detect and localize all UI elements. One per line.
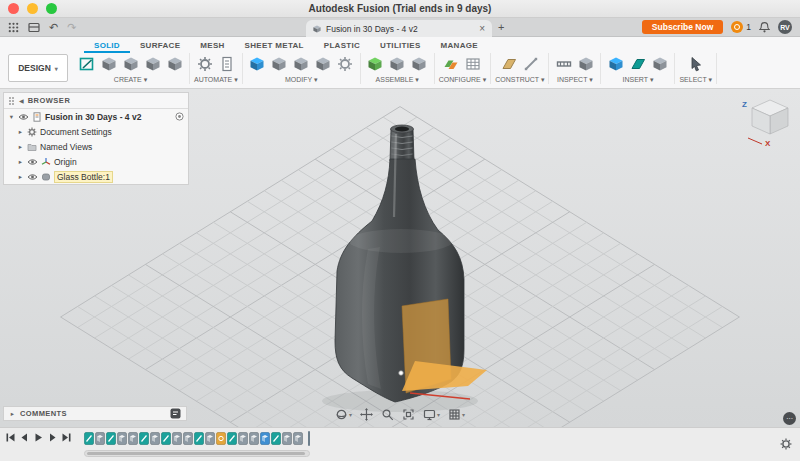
timeline-feature-sketch7[interactable]	[271, 432, 281, 445]
notifications-bell-icon[interactable]	[759, 21, 770, 33]
browser-item-glass-bottle-1[interactable]: ▸Glass Bottle:1	[4, 169, 188, 184]
timeline-feature-extrude4[interactable]	[205, 432, 215, 445]
visibility-eye-icon[interactable]	[27, 158, 38, 166]
comments-bar[interactable]: ▸ COMMENTS	[3, 406, 187, 421]
document-tab[interactable]: Fusion in 30 Days - 4 v2 ×	[306, 20, 492, 37]
timeline-playhead[interactable]	[308, 431, 310, 446]
new-tab-button[interactable]: +	[498, 21, 504, 33]
tool-scripts-add-ins-icon[interactable]	[216, 54, 237, 75]
fullscreen-button[interactable]	[46, 3, 57, 14]
tool-create-revolve-icon[interactable]	[120, 54, 141, 75]
timeline-feature-extrude3[interactable]	[150, 432, 160, 445]
tool-measure-icon[interactable]	[553, 54, 574, 75]
nav-fit-icon[interactable]	[402, 408, 415, 421]
tool-create-sketch-icon[interactable]	[76, 54, 97, 75]
tool-automate-icon[interactable]	[194, 54, 215, 75]
timeline-feature-sketch2[interactable]	[106, 432, 116, 445]
viewport[interactable]: Z X ◀ BROWSER ▾Fusion in 30 Days - 4 v2▸…	[0, 89, 800, 427]
nav-orbit-icon[interactable]: ▾	[335, 408, 352, 421]
data-panel-icon[interactable]	[28, 22, 40, 33]
ribbon-group-label-assemble[interactable]: ASSEMBLE ▾	[376, 75, 419, 84]
tool-create-coil-icon[interactable]	[164, 54, 185, 75]
tool-offset-plane-icon[interactable]	[498, 54, 519, 75]
nav-display-settings-icon[interactable]: ▾	[423, 408, 440, 421]
credits-badge[interactable]: 1	[731, 21, 751, 33]
visibility-eye-icon[interactable]	[27, 173, 38, 181]
nav-grid-settings-icon[interactable]: ▾	[448, 408, 465, 421]
ribbon-group-label-inspect[interactable]: INSPECT ▾	[557, 75, 593, 84]
workspace-selector[interactable]: DESIGN ▾	[8, 54, 68, 82]
caret-open-icon[interactable]: ▾	[8, 113, 15, 121]
timeline-settings-gear-icon[interactable]	[779, 437, 793, 451]
timeline-scrollbar-handle[interactable]	[87, 452, 305, 455]
timeline-feature-fillet1[interactable]	[128, 432, 138, 445]
ribbon-group-label-automate[interactable]: AUTOMATE ▾	[194, 75, 238, 84]
collapse-left-icon[interactable]: ◀	[19, 97, 24, 104]
nav-pan-icon[interactable]	[360, 408, 373, 421]
browser-item-origin[interactable]: ▸Origin	[4, 154, 188, 169]
help-chat-icon[interactable]: ⋯	[783, 412, 796, 425]
timeline-feature-sketch5[interactable]	[194, 432, 204, 445]
drag-handle-icon[interactable]	[9, 97, 11, 99]
ribbon-group-label-construct[interactable]: CONSTRUCT ▾	[495, 75, 544, 84]
visibility-eye-icon[interactable]	[18, 113, 29, 121]
timeline-step-forward-button[interactable]	[48, 433, 57, 442]
timeline-scrollbar[interactable]	[84, 450, 310, 457]
tool-configure-icon[interactable]	[441, 54, 462, 75]
tab-close-icon[interactable]: ×	[478, 23, 486, 34]
subscribe-button[interactable]: Subscribe Now	[642, 20, 723, 34]
tool-combine-icon[interactable]	[313, 54, 334, 75]
timeline-feature-extrude1[interactable]	[95, 432, 105, 445]
timeline-feature-press-pull1[interactable]	[260, 432, 270, 445]
tool-rigid-group-icon[interactable]	[409, 54, 430, 75]
nav-zoom-icon[interactable]	[381, 408, 394, 421]
tool-joint-icon[interactable]	[387, 54, 408, 75]
ribbon-group-label-create[interactable]: CREATE ▾	[114, 75, 147, 84]
tool-shell-icon[interactable]	[291, 54, 312, 75]
ribbon-group-label-insert[interactable]: INSERT ▾	[623, 75, 654, 84]
timeline-play-button[interactable]	[34, 433, 43, 442]
timeline-feature-sketch1[interactable]	[84, 432, 94, 445]
caret-closed-icon[interactable]: ▸	[17, 158, 24, 166]
activate-badge-icon[interactable]	[175, 112, 184, 121]
tool-fillet-icon[interactable]	[269, 54, 290, 75]
browser-item-document-settings[interactable]: ▸Document Settings	[4, 124, 188, 139]
timeline-feature-sketch6[interactable]	[227, 432, 237, 445]
ribbon-tab-mesh[interactable]: MESH	[190, 37, 234, 53]
ribbon-tab-sheet-metal[interactable]: SHEET METAL	[235, 37, 314, 53]
timeline-feature-extrude5[interactable]	[238, 432, 248, 445]
timeline-feature-shell1[interactable]	[172, 432, 182, 445]
tool-section-analysis-icon[interactable]	[575, 54, 596, 75]
tool-insert-derive-icon[interactable]	[605, 54, 626, 75]
ribbon-group-label-configure[interactable]: CONFIGURE ▾	[439, 75, 486, 84]
app-grid-icon[interactable]	[8, 22, 19, 33]
tool-insert-mesh-icon[interactable]	[649, 54, 670, 75]
timeline-feature-sketch4[interactable]	[161, 432, 171, 445]
ribbon-tab-manage[interactable]: MANAGE	[431, 37, 488, 53]
view-cube[interactable]: Z X	[740, 94, 792, 152]
timeline-feature-form1[interactable]	[216, 432, 226, 445]
ribbon-tab-plastic[interactable]: PLASTIC	[314, 37, 370, 53]
sketch-point[interactable]	[399, 371, 404, 376]
ribbon-tab-solid[interactable]: SOLID	[84, 37, 130, 53]
caret-closed-icon[interactable]: ▸	[17, 128, 24, 136]
tool-construct-axis-icon[interactable]	[520, 54, 541, 75]
timeline-feature-extrude2[interactable]	[117, 432, 127, 445]
caret-closed-icon[interactable]: ▸	[17, 143, 24, 151]
tool-new-component-icon[interactable]	[365, 54, 386, 75]
tool-change-parameters-icon[interactable]	[335, 54, 356, 75]
timeline-step-back-button[interactable]	[20, 433, 29, 442]
tool-create-sweep-icon[interactable]	[142, 54, 163, 75]
timeline-feature-sketch3[interactable]	[139, 432, 149, 445]
undo-icon[interactable]: ↶	[49, 22, 58, 33]
tool-create-box-icon[interactable]	[98, 54, 119, 75]
ribbon-group-label-select[interactable]: SELECT ▾	[679, 75, 712, 84]
avatar[interactable]: RV	[778, 20, 792, 34]
timeline-feature-fillet3[interactable]	[249, 432, 259, 445]
ribbon-tab-utilities[interactable]: UTILITIES	[370, 37, 430, 53]
tool-press-pull-icon[interactable]	[247, 54, 268, 75]
timeline-skip-start-button[interactable]	[6, 433, 15, 442]
browser-header[interactable]: ◀ BROWSER	[4, 93, 188, 109]
comments-panel-icon[interactable]	[170, 408, 181, 419]
tool-configuration-table-icon[interactable]	[463, 54, 484, 75]
